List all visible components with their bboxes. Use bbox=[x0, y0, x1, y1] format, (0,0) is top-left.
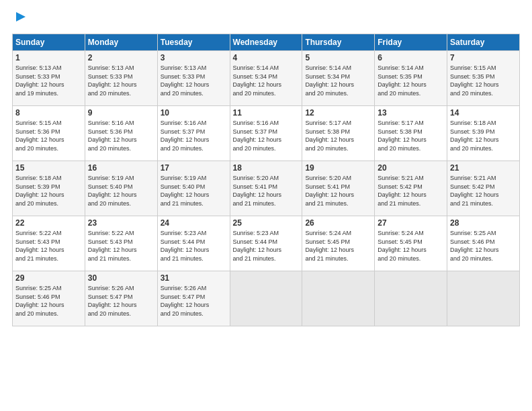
calendar-cell: 28Sunrise: 5:25 AMSunset: 5:46 PMDayligh… bbox=[447, 216, 520, 271]
week-row-1: 1Sunrise: 5:13 AMSunset: 5:33 PMDaylight… bbox=[13, 51, 520, 106]
calendar-cell: 24Sunrise: 5:23 AMSunset: 5:44 PMDayligh… bbox=[157, 216, 230, 271]
cell-info: Sunrise: 5:16 AMSunset: 5:37 PMDaylight:… bbox=[161, 119, 227, 152]
day-number: 1 bbox=[15, 53, 82, 62]
day-number: 9 bbox=[88, 108, 154, 118]
cell-info: Sunrise: 5:21 AMSunset: 5:42 PMDaylight:… bbox=[378, 174, 444, 208]
week-row-3: 15Sunrise: 5:18 AMSunset: 5:39 PMDayligh… bbox=[13, 161, 520, 216]
calendar-cell: 27Sunrise: 5:24 AMSunset: 5:45 PMDayligh… bbox=[375, 216, 447, 271]
calendar-cell: 6Sunrise: 5:14 AMSunset: 5:35 PMDaylight… bbox=[375, 51, 447, 106]
day-number: 15 bbox=[15, 163, 82, 173]
calendar-cell: 16Sunrise: 5:19 AMSunset: 5:40 PMDayligh… bbox=[85, 161, 157, 216]
col-header-tuesday: Tuesday bbox=[157, 34, 230, 51]
day-number: 26 bbox=[305, 218, 371, 228]
cell-info: Sunrise: 5:26 AMSunset: 5:47 PMDaylight:… bbox=[161, 284, 227, 318]
day-number: 30 bbox=[88, 273, 154, 283]
calendar-cell: 11Sunrise: 5:16 AMSunset: 5:37 PMDayligh… bbox=[230, 106, 302, 161]
logo-arrow-icon bbox=[13, 9, 28, 24]
day-number: 4 bbox=[233, 53, 300, 62]
calendar-cell: 15Sunrise: 5:18 AMSunset: 5:39 PMDayligh… bbox=[13, 161, 85, 216]
cell-info: Sunrise: 5:16 AMSunset: 5:37 PMDaylight:… bbox=[233, 119, 300, 152]
calendar-cell: 5Sunrise: 5:14 AMSunset: 5:34 PMDaylight… bbox=[302, 51, 375, 106]
day-number: 16 bbox=[88, 163, 154, 173]
day-number: 25 bbox=[233, 218, 300, 228]
calendar-cell: 31Sunrise: 5:26 AMSunset: 5:47 PMDayligh… bbox=[157, 271, 230, 326]
col-header-monday: Monday bbox=[85, 34, 157, 51]
calendar-cell: 12Sunrise: 5:17 AMSunset: 5:38 PMDayligh… bbox=[302, 106, 375, 161]
cell-info: Sunrise: 5:13 AMSunset: 5:33 PMDaylight:… bbox=[88, 64, 154, 97]
col-header-saturday: Saturday bbox=[447, 34, 520, 51]
day-number: 27 bbox=[378, 218, 444, 228]
calendar-cell: 8Sunrise: 5:15 AMSunset: 5:36 PMDaylight… bbox=[13, 106, 85, 161]
calendar-cell: 18Sunrise: 5:20 AMSunset: 5:41 PMDayligh… bbox=[230, 161, 302, 216]
calendar-cell bbox=[230, 271, 302, 326]
cell-info: Sunrise: 5:20 AMSunset: 5:41 PMDaylight:… bbox=[233, 174, 300, 208]
cell-info: Sunrise: 5:17 AMSunset: 5:38 PMDaylight:… bbox=[305, 119, 371, 152]
calendar-cell: 1Sunrise: 5:13 AMSunset: 5:33 PMDaylight… bbox=[13, 51, 85, 106]
cell-info: Sunrise: 5:21 AMSunset: 5:42 PMDaylight:… bbox=[450, 174, 517, 208]
cell-info: Sunrise: 5:18 AMSunset: 5:39 PMDaylight:… bbox=[450, 119, 517, 152]
calendar-cell: 13Sunrise: 5:17 AMSunset: 5:38 PMDayligh… bbox=[375, 106, 447, 161]
calendar-cell: 26Sunrise: 5:24 AMSunset: 5:45 PMDayligh… bbox=[302, 216, 375, 271]
col-header-sunday: Sunday bbox=[13, 34, 85, 51]
day-number: 29 bbox=[15, 273, 82, 283]
calendar-cell: 21Sunrise: 5:21 AMSunset: 5:42 PMDayligh… bbox=[447, 161, 520, 216]
cell-info: Sunrise: 5:18 AMSunset: 5:39 PMDaylight:… bbox=[15, 174, 82, 208]
calendar-table: SundayMondayTuesdayWednesdayThursdayFrid… bbox=[12, 34, 520, 326]
svg-marker-0 bbox=[16, 12, 26, 21]
calendar-cell: 19Sunrise: 5:20 AMSunset: 5:41 PMDayligh… bbox=[302, 161, 375, 216]
day-number: 20 bbox=[378, 163, 444, 173]
col-header-wednesday: Wednesday bbox=[230, 34, 302, 51]
day-number: 17 bbox=[161, 163, 227, 173]
col-header-thursday: Thursday bbox=[302, 34, 375, 51]
calendar-page: SundayMondayTuesdayWednesdayThursdayFrid… bbox=[0, 0, 532, 411]
day-number: 2 bbox=[88, 53, 154, 62]
calendar-cell bbox=[302, 271, 375, 326]
day-number: 3 bbox=[161, 53, 227, 62]
cell-info: Sunrise: 5:13 AMSunset: 5:33 PMDaylight:… bbox=[161, 64, 227, 97]
day-number: 22 bbox=[15, 218, 82, 228]
calendar-cell bbox=[447, 271, 520, 326]
calendar-cell: 20Sunrise: 5:21 AMSunset: 5:42 PMDayligh… bbox=[375, 161, 447, 216]
calendar-cell: 30Sunrise: 5:26 AMSunset: 5:47 PMDayligh… bbox=[85, 271, 157, 326]
day-number: 21 bbox=[450, 163, 517, 173]
day-number: 5 bbox=[305, 53, 371, 62]
cell-info: Sunrise: 5:15 AMSunset: 5:35 PMDaylight:… bbox=[450, 64, 517, 97]
day-number: 19 bbox=[305, 163, 371, 173]
day-number: 14 bbox=[450, 108, 517, 118]
cell-info: Sunrise: 5:22 AMSunset: 5:43 PMDaylight:… bbox=[88, 229, 154, 263]
day-number: 31 bbox=[161, 273, 227, 283]
cell-info: Sunrise: 5:25 AMSunset: 5:46 PMDaylight:… bbox=[450, 229, 517, 263]
cell-info: Sunrise: 5:23 AMSunset: 5:44 PMDaylight:… bbox=[233, 229, 300, 263]
calendar-cell: 4Sunrise: 5:14 AMSunset: 5:34 PMDaylight… bbox=[230, 51, 302, 106]
calendar-cell: 25Sunrise: 5:23 AMSunset: 5:44 PMDayligh… bbox=[230, 216, 302, 271]
calendar-cell: 7Sunrise: 5:15 AMSunset: 5:35 PMDaylight… bbox=[447, 51, 520, 106]
cell-info: Sunrise: 5:19 AMSunset: 5:40 PMDaylight:… bbox=[161, 174, 227, 208]
calendar-cell: 14Sunrise: 5:18 AMSunset: 5:39 PMDayligh… bbox=[447, 106, 520, 161]
cell-info: Sunrise: 5:14 AMSunset: 5:35 PMDaylight:… bbox=[378, 64, 444, 97]
day-number: 6 bbox=[378, 53, 444, 62]
cell-info: Sunrise: 5:16 AMSunset: 5:36 PMDaylight:… bbox=[88, 119, 154, 152]
calendar-cell: 9Sunrise: 5:16 AMSunset: 5:36 PMDaylight… bbox=[85, 106, 157, 161]
day-number: 18 bbox=[233, 163, 300, 173]
cell-info: Sunrise: 5:24 AMSunset: 5:45 PMDaylight:… bbox=[305, 229, 371, 263]
calendar-cell bbox=[375, 271, 447, 326]
cell-info: Sunrise: 5:24 AMSunset: 5:45 PMDaylight:… bbox=[378, 229, 444, 263]
cell-info: Sunrise: 5:20 AMSunset: 5:41 PMDaylight:… bbox=[305, 174, 371, 208]
cell-info: Sunrise: 5:19 AMSunset: 5:40 PMDaylight:… bbox=[88, 174, 154, 208]
calendar-cell: 29Sunrise: 5:25 AMSunset: 5:46 PMDayligh… bbox=[13, 271, 85, 326]
week-row-2: 8Sunrise: 5:15 AMSunset: 5:36 PMDaylight… bbox=[13, 106, 520, 161]
header bbox=[12, 12, 520, 27]
day-number: 10 bbox=[161, 108, 227, 118]
calendar-cell: 23Sunrise: 5:22 AMSunset: 5:43 PMDayligh… bbox=[85, 216, 157, 271]
cell-info: Sunrise: 5:17 AMSunset: 5:38 PMDaylight:… bbox=[378, 119, 444, 152]
calendar-cell: 10Sunrise: 5:16 AMSunset: 5:37 PMDayligh… bbox=[157, 106, 230, 161]
calendar-header: SundayMondayTuesdayWednesdayThursdayFrid… bbox=[13, 34, 520, 51]
day-number: 7 bbox=[450, 53, 517, 62]
day-number: 24 bbox=[161, 218, 227, 228]
cell-info: Sunrise: 5:15 AMSunset: 5:36 PMDaylight:… bbox=[15, 119, 82, 152]
cell-info: Sunrise: 5:13 AMSunset: 5:33 PMDaylight:… bbox=[15, 64, 82, 97]
day-number: 8 bbox=[15, 108, 82, 118]
cell-info: Sunrise: 5:14 AMSunset: 5:34 PMDaylight:… bbox=[233, 64, 300, 97]
week-row-5: 29Sunrise: 5:25 AMSunset: 5:46 PMDayligh… bbox=[13, 271, 520, 326]
cell-info: Sunrise: 5:26 AMSunset: 5:47 PMDaylight:… bbox=[88, 284, 154, 318]
